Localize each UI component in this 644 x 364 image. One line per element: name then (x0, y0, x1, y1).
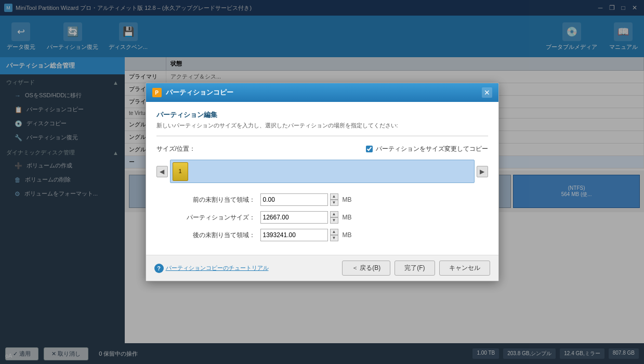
checkbox-row: パーティションをサイズ変更してコピー (366, 145, 488, 153)
cancel-button[interactable]: キャンセル (439, 261, 490, 276)
footer-buttons: ＜ 戻る(B) 完了(F) キャンセル (342, 261, 490, 276)
field-row-before-unallocated: 前の未割り当て領域： ▲ ▼ MB (156, 193, 488, 206)
size-position-label: サイズ/位置： (156, 145, 195, 153)
before-unallocated-unit: MB (343, 196, 352, 203)
before-unallocated-spinner: ▲ ▼ (330, 193, 338, 206)
dialog-title: パーティションコピー (166, 88, 233, 97)
after-unallocated-label: 後の未割り当て領域： (156, 231, 260, 240)
dialog-divider (156, 136, 488, 136)
help-link[interactable]: パーティションコピーのチュートリアル (166, 264, 269, 272)
partition-block[interactable]: 1 (173, 162, 188, 181)
resize-copy-checkbox[interactable] (366, 146, 373, 152)
partition-size-down[interactable]: ▼ (330, 217, 338, 224)
after-unallocated-unit: MB (343, 231, 352, 239)
dialog-overlay: P パーティションコピー ✕ パーティション編集 新しいパーティションのサイズを… (0, 0, 644, 364)
before-unallocated-label: 前の未割り当て領域： (156, 196, 260, 204)
partition-nav-left[interactable]: ◀ (156, 166, 168, 177)
before-unallocated-down[interactable]: ▼ (330, 200, 338, 206)
dialog-body: パーティション編集 新しいパーティションのサイズを入力し、選択したパーティション… (146, 102, 498, 255)
dialog-titlebar: P パーティションコピー ✕ (146, 83, 498, 102)
field-row-partition-size: パーティションサイズ： ▲ ▼ MB (156, 211, 488, 224)
footer-help: ? パーティションコピーのチュートリアル (154, 264, 269, 273)
dialog-title-icon: P (152, 88, 162, 97)
partition-nav-right[interactable]: ▶ (477, 166, 488, 177)
back-button[interactable]: ＜ 戻る(B) (342, 261, 390, 276)
partition-copy-dialog: P パーティションコピー ✕ パーティション編集 新しいパーティションのサイズを… (146, 83, 499, 281)
before-unallocated-input-group: ▲ ▼ MB (260, 193, 352, 206)
partition-bar: 1 (170, 160, 475, 183)
after-unallocated-input[interactable] (260, 229, 328, 241)
after-unallocated-input-group: ▲ ▼ MB (260, 229, 352, 241)
after-unallocated-down[interactable]: ▼ (330, 235, 338, 241)
partition-size-input-group: ▲ ▼ MB (260, 211, 352, 224)
partition-size-input[interactable] (260, 211, 328, 224)
partition-size-label: パーティションサイズ： (156, 213, 260, 222)
partition-size-up[interactable]: ▲ (330, 211, 338, 217)
resize-copy-label: パーティションをサイズ変更してコピー (376, 145, 488, 153)
after-unallocated-spinner: ▲ ▼ (330, 229, 338, 241)
field-row-after-unallocated: 後の未割り当て領域： ▲ ▼ MB (156, 229, 488, 241)
partition-bar-container: ◀ 1 ▶ (156, 160, 488, 183)
size-position-row: サイズ/位置： パーティションをサイズ変更してコピー (156, 145, 488, 153)
before-unallocated-up[interactable]: ▲ (330, 193, 338, 200)
partition-size-unit: MB (343, 214, 352, 221)
finish-button[interactable]: 完了(F) (395, 261, 435, 276)
help-icon: ? (154, 264, 164, 273)
dialog-close-button[interactable]: ✕ (482, 87, 492, 98)
dialog-section-title: パーティション編集 (156, 110, 488, 120)
dialog-footer: ? パーティションコピーのチュートリアル ＜ 戻る(B) 完了(F) キャンセル (146, 255, 498, 281)
partition-size-spinner: ▲ ▼ (330, 211, 338, 224)
before-unallocated-input[interactable] (260, 193, 328, 206)
dialog-section-subtitle: 新しいパーティションのサイズを入力し、選択したパーティションの場所を指定してくだ… (156, 122, 488, 129)
after-unallocated-up[interactable]: ▲ (330, 229, 338, 235)
